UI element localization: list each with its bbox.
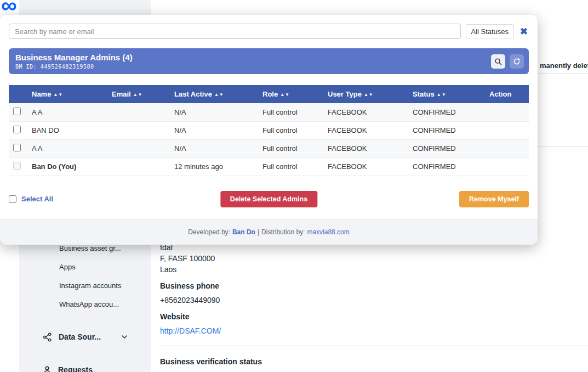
cell-last-active: N/A	[170, 121, 258, 139]
chevron-down-icon	[121, 334, 128, 340]
controls-row: Select All Delete Selected Admins Remove…	[9, 191, 529, 207]
column-header-role[interactable]: Role▲▼	[258, 85, 323, 103]
bm-header-bar: Business Manager Admins (4) BM ID: 44952…	[9, 48, 529, 74]
sidebar-item-instagram-accounts[interactable]: Instagram accounts	[19, 277, 151, 295]
website-link[interactable]: http://DSAF.COM/	[160, 326, 221, 335]
cell-user-type: FACEBOOK	[323, 157, 408, 176]
sidebar-item-apps[interactable]: Apps	[19, 258, 151, 277]
header-checkbox-spacer	[9, 85, 27, 103]
select-all-checkbox[interactable]	[9, 195, 16, 203]
close-icon[interactable]: ✖	[519, 27, 529, 36]
requests-icon	[43, 365, 52, 372]
business-phone-label: Business phone	[160, 281, 219, 290]
cell-last-active: 12 minutes ago	[170, 157, 258, 176]
cell-email	[107, 103, 170, 121]
column-header-status[interactable]: Status▲▼	[408, 85, 485, 103]
distributor-link[interactable]: maxvia88.com	[307, 228, 349, 236]
cell-action	[485, 103, 529, 121]
footer-separator: |	[258, 228, 259, 236]
delete-selected-admins-button[interactable]: Delete Selected Admins	[220, 191, 317, 207]
cell-user-type: FACEBOOK	[323, 103, 408, 121]
admins-table: Name▲▼ Email▲▼ Last Active▲▼ Role▲▼ User…	[9, 85, 529, 176]
sidebar-section-data-sources[interactable]: Data Sour...	[19, 329, 151, 345]
cell-name: A A	[27, 139, 107, 157]
search-row: All Statuses ✖	[9, 24, 529, 39]
bm-header-titles: Business Manager Admins (4) BM ID: 44952…	[15, 53, 133, 70]
cell-action	[485, 157, 529, 176]
cell-role: Full control	[258, 157, 323, 176]
cell-email	[107, 157, 170, 176]
column-header-user-type[interactable]: User Type▲▼	[323, 85, 408, 103]
sort-icon[interactable]: ▲▼	[280, 92, 290, 97]
cell-last-active: N/A	[170, 103, 258, 121]
cell-name: A A	[27, 103, 107, 121]
popup-title: Business Manager Admins (4)	[15, 53, 133, 62]
cell-email	[107, 121, 170, 139]
bm-id-text: BM ID: 449526482319580	[15, 64, 133, 70]
status-filter-dropdown[interactable]: All Statuses	[466, 24, 514, 38]
column-header-action: Action	[485, 85, 529, 103]
table-row: BAN DO N/A Full control FACEBOOK CONFIRM…	[9, 121, 529, 139]
verification-status-heading: Business verification status	[160, 357, 262, 366]
cell-email	[107, 139, 170, 157]
column-header-last-active[interactable]: Last Active▲▼	[170, 85, 258, 103]
table-row: A A N/A Full control FACEBOOK CONFIRMED	[9, 139, 529, 157]
row-checkbox-disabled	[13, 162, 21, 170]
cell-user-type: FACEBOOK	[323, 121, 408, 139]
table-row: Ban Do (You) 12 minutes ago Full control…	[9, 157, 529, 176]
refresh-button[interactable]	[510, 54, 524, 69]
cell-role: Full control	[258, 103, 323, 121]
select-all-wrap: Select All	[9, 195, 53, 203]
popup-footer: Developed by: Ban Do | Distribution by: …	[0, 219, 538, 245]
cell-role: Full control	[258, 121, 323, 139]
table-header-row: Name▲▼ Email▲▼ Last Active▲▼ Role▲▼ User…	[9, 85, 529, 103]
cell-action	[485, 139, 529, 157]
data-sources-icon	[43, 332, 52, 342]
cell-last-active: N/A	[170, 139, 258, 157]
refresh-icon	[513, 58, 521, 65]
row-checkbox[interactable]	[13, 144, 21, 151]
developed-by-label: Developed by:	[188, 228, 230, 236]
row-checkbox[interactable]	[13, 108, 21, 115]
search-button[interactable]	[491, 54, 505, 69]
sidebar-section-label: Requests	[58, 365, 93, 372]
sort-icon[interactable]: ▲▼	[133, 92, 143, 97]
developer-link[interactable]: Ban Do	[232, 228, 255, 236]
status-badge: CONFIRMED	[408, 121, 485, 139]
address-line: Laos	[160, 265, 176, 274]
address-line: F, FASF 100000	[160, 254, 215, 263]
sidebar-items: Business asset gr... Apps Instagram acco…	[19, 239, 151, 314]
cell-name: BAN DO	[27, 121, 107, 139]
column-header-name[interactable]: Name▲▼	[27, 85, 107, 103]
column-header-email[interactable]: Email▲▼	[107, 85, 170, 103]
cell-user-type: FACEBOOK	[323, 139, 408, 157]
sidebar-section-requests[interactable]: Requests	[19, 362, 151, 372]
bm-header-actions	[491, 54, 524, 69]
search-input[interactable]	[9, 24, 461, 39]
cell-role: Full control	[258, 139, 323, 157]
sort-icon[interactable]: ▲▼	[214, 92, 224, 97]
business-phone-value: +8562023449090	[160, 296, 220, 305]
sort-icon[interactable]: ▲▼	[364, 92, 374, 97]
remove-myself-button[interactable]: Remove Myself	[459, 191, 529, 207]
search-icon	[494, 58, 502, 65]
sidebar-section-label: Data Sour...	[59, 332, 101, 341]
status-badge: CONFIRMED	[408, 103, 485, 121]
content-divider	[160, 346, 588, 346]
status-badge: CONFIRMED	[408, 139, 485, 157]
website-label: Website	[160, 312, 189, 321]
table-row: A A N/A Full control FACEBOOK CONFIRMED	[9, 103, 529, 121]
sort-icon[interactable]: ▲▼	[53, 92, 63, 97]
select-all-label[interactable]: Select All	[21, 195, 53, 203]
status-badge: CONFIRMED	[408, 157, 485, 176]
cell-action	[485, 121, 529, 139]
distribution-by-label: Distribution by:	[261, 228, 305, 236]
cell-name-you: Ban Do (You)	[27, 157, 107, 176]
row-checkbox[interactable]	[13, 126, 21, 133]
sort-icon[interactable]: ▲▼	[437, 92, 447, 97]
admin-manager-popup: All Statuses ✖ Business Manager Admins (…	[0, 15, 538, 245]
sidebar-item-whatsapp-accounts[interactable]: WhatsApp accou...	[19, 295, 151, 314]
